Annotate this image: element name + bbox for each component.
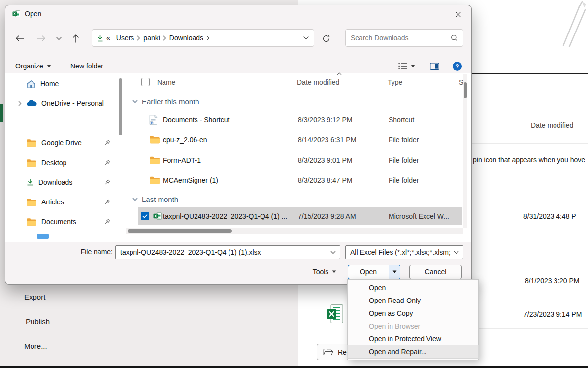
sidebar-item-label: Desktop (41, 159, 66, 167)
sidebar-item-label: Documents (41, 218, 76, 226)
file-name-input[interactable] (116, 248, 330, 256)
breadcrumb-item-downloads[interactable]: Downloads (166, 34, 206, 42)
chevron-right-icon (137, 35, 140, 41)
pin-icon (103, 199, 111, 206)
close-button[interactable] (451, 8, 465, 21)
backstage-hover-hint-text: pin icon that appears when you hove (473, 156, 588, 164)
chevron-down-icon (454, 251, 459, 254)
file-name-combobox[interactable] (115, 245, 340, 259)
back-button[interactable] (13, 32, 26, 45)
chevron-down-icon (303, 36, 309, 40)
arrow-right-icon (37, 35, 46, 42)
file-name: MCAemSigner (1) (163, 176, 218, 184)
sidebar-item-downloads[interactable]: Downloads (9, 174, 122, 191)
help-button[interactable]: ? (453, 60, 462, 72)
breadcrumb-item-panki[interactable]: panki (140, 34, 163, 42)
cancel-button-label: Cancel (425, 268, 447, 276)
group-header-last-month[interactable]: Last month (126, 193, 178, 205)
forward-button[interactable] (35, 32, 48, 45)
file-type: File folder (389, 156, 419, 164)
tools-label: Tools (313, 268, 329, 276)
row-checkbox-checked[interactable] (141, 212, 149, 220)
preview-pane-button[interactable] (430, 60, 439, 72)
sidebar-item-articles[interactable]: Articles (9, 194, 122, 210)
backstage-item-export[interactable]: Export (24, 293, 45, 301)
backstage-row-divider (472, 294, 588, 294)
folder-icon (26, 159, 37, 167)
column-header-size[interactable]: Size (459, 78, 463, 86)
menu-item-open[interactable]: Open (348, 281, 478, 294)
open-button[interactable]: Open (348, 265, 389, 279)
breadcrumb-item-users[interactable]: Users (113, 34, 137, 42)
menu-item-open-in-protected-view[interactable]: Open in Protected View (348, 333, 478, 345)
file-row[interactable]: Documents - Shortcut 8/3/2023 9:12 PM Sh… (126, 110, 463, 129)
cancel-button[interactable]: Cancel (409, 265, 462, 279)
file-row-selected[interactable]: taxpnl-QU2483-2022_2023-Q1-Q4 (1) ... 7/… (138, 207, 462, 225)
group-header-earlier-this-month[interactable]: Earlier this month (126, 96, 199, 107)
column-header-name[interactable]: Name (157, 78, 175, 86)
pin-icon (103, 218, 111, 226)
file-name: taxpnl-QU2483-2022_2023-Q1-Q4 (1) ... (163, 212, 287, 220)
tools-button[interactable]: Tools (306, 266, 343, 278)
chevron-down-icon[interactable] (330, 251, 336, 254)
address-dropdown-button[interactable] (303, 36, 309, 40)
sidebar-item-google-drive[interactable]: Google Drive (9, 134, 122, 151)
vertical-scrollbar[interactable] (463, 74, 467, 228)
pin-icon (103, 139, 111, 147)
folder-icon (149, 136, 160, 144)
search-icon[interactable] (451, 34, 458, 42)
search-box (345, 29, 463, 47)
pin-icon (103, 159, 111, 167)
file-type-dropdown[interactable]: All Excel Files (*.xl*;*.xlsx;*.xlsm; (345, 245, 463, 259)
new-folder-button[interactable]: New folder (70, 60, 103, 72)
file-type: File folder (389, 176, 419, 184)
file-row[interactable]: cpu-z_2.06-en 8/14/2023 6:31 PM File fol… (126, 131, 463, 149)
refresh-button[interactable] (320, 32, 332, 45)
close-icon (455, 11, 461, 18)
search-input[interactable] (346, 34, 451, 42)
backstage-item-more[interactable]: More... (24, 342, 47, 350)
open-dropdown-button[interactable] (389, 265, 400, 279)
view-options-button[interactable] (398, 60, 415, 72)
menu-item-open-as-copy[interactable]: Open as Copy (348, 307, 478, 320)
sidebar-item-label: Google Drive (41, 139, 82, 147)
pin-icon (103, 179, 111, 186)
backstage-item-publish[interactable]: Publish (26, 317, 50, 326)
triangle-down-icon (47, 65, 51, 67)
recent-locations-button[interactable] (54, 32, 64, 45)
address-bar[interactable]: « Users panki Downloads (92, 29, 314, 47)
menu-item-open-read-only[interactable]: Open Read-Only (348, 294, 478, 307)
file-name-label: File name: (55, 248, 113, 256)
dialog-title: Open (25, 10, 41, 18)
expand-chevron-icon[interactable] (13, 101, 26, 106)
file-date: 8/3/2023 8:47 PM (298, 176, 353, 184)
help-icon: ? (453, 62, 462, 71)
folder-open-icon (323, 348, 333, 356)
refresh-icon (322, 34, 330, 43)
open-split-button: Open (348, 265, 400, 279)
sidebar-item-onedrive[interactable]: OneDrive - Personal (9, 95, 122, 112)
chevron-down-icon (56, 37, 62, 40)
sidebar-scrollbar[interactable] (119, 78, 122, 135)
dialog-titlebar: Open (5, 5, 471, 22)
horizontal-scrollbar[interactable] (126, 228, 463, 234)
file-date: 8/14/2023 6:31 PM (298, 136, 356, 144)
arrow-left-icon (15, 35, 24, 42)
file-type: File folder (389, 136, 419, 144)
column-header-date-modified[interactable]: Date modified (297, 78, 339, 86)
sidebar-item-desktop[interactable]: Desktop (9, 154, 122, 171)
backstage-row-divider (472, 143, 588, 144)
column-header-type[interactable]: Type (388, 78, 402, 86)
file-name: cpu-z_2.06-en (163, 136, 207, 144)
select-all-checkbox[interactable] (141, 78, 150, 86)
horizontal-scrollbar-thumb[interactable] (128, 229, 232, 233)
breadcrumb-collapse[interactable]: « (103, 34, 113, 42)
sidebar-item-documents[interactable]: Documents (9, 213, 122, 230)
vertical-scrollbar-thumb[interactable] (464, 82, 467, 98)
organize-button[interactable]: Organize (15, 60, 51, 72)
sidebar-item-home[interactable]: Home (9, 75, 122, 92)
menu-item-open-and-repair[interactable]: Open and Repair... (348, 345, 478, 358)
file-row[interactable]: Form-ADT-1 8/3/2023 9:01 PM File folder (126, 151, 463, 169)
file-row[interactable]: MCAemSigner (1) 8/3/2023 8:47 PM File fo… (126, 171, 463, 190)
up-button[interactable] (69, 32, 82, 45)
